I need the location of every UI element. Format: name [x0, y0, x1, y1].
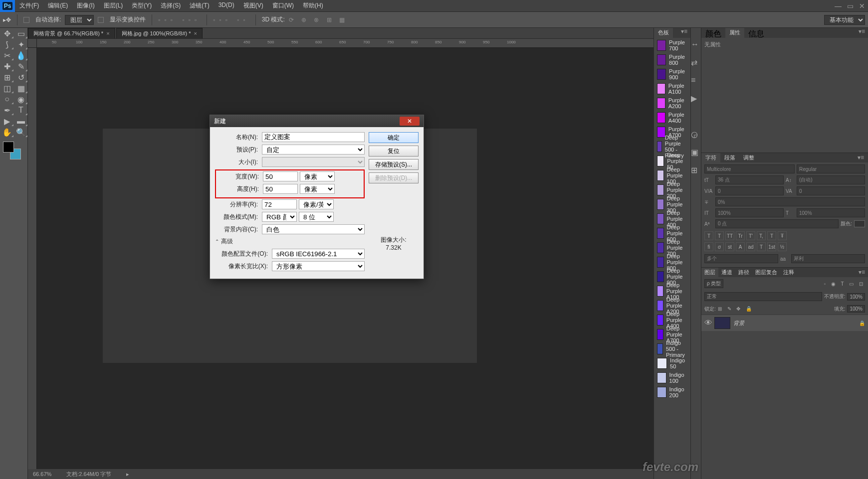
opentype-button[interactable]: σ [715, 242, 724, 251]
spot-heal-tool[interactable]: ✚ [0, 61, 14, 72]
menu-item[interactable]: 选择(S) [156, 1, 185, 10]
menu-item[interactable]: 视图(V) [239, 1, 268, 10]
ok-button[interactable]: 确定 [369, 132, 419, 143]
fill-input[interactable]: 100% [847, 305, 865, 313]
text-color-swatch[interactable] [854, 220, 865, 227]
lasso-tool[interactable]: ⟆ [0, 39, 14, 50]
vertical-ruler[interactable] [28, 48, 37, 469]
menu-item[interactable]: 帮助(H) [298, 1, 328, 10]
magic-wand-tool[interactable]: ✦ [14, 39, 28, 50]
save-preset-button[interactable]: 存储预设(S)... [369, 159, 419, 170]
resolution-unit-select[interactable]: 像素/英寸 [299, 199, 334, 209]
swatches-tab[interactable]: 色板 [654, 28, 673, 38]
menu-item[interactable]: 窗口(W) [268, 1, 298, 10]
swatch-item[interactable]: Indigo 50 [654, 356, 690, 370]
workspace-select[interactable]: 基本功能 [824, 15, 865, 25]
play-icon[interactable]: ▶ [691, 94, 701, 104]
type-tool[interactable]: T [14, 105, 28, 116]
swatch-item[interactable]: Indigo 500 - Primary [654, 341, 690, 356]
menu-item[interactable]: 文件(F) [15, 1, 43, 10]
brush-icon[interactable]: ≡ [691, 76, 701, 86]
kerning-input[interactable] [715, 186, 784, 195]
swatch-item[interactable]: Purple 700 [654, 38, 690, 52]
ruler-origin[interactable] [28, 39, 37, 48]
layer-filter-select[interactable]: ρ 类型 [704, 279, 723, 288]
text-style-button[interactable]: TT [725, 231, 734, 240]
menu-item[interactable]: 图层(L) [99, 1, 128, 10]
text-style-button[interactable]: Ŧ [778, 231, 787, 240]
opentype-button[interactable]: st [725, 242, 734, 251]
paragraph-tab[interactable]: 段落 [720, 153, 739, 162]
aa-lang-select[interactable] [704, 254, 778, 263]
opentype-button[interactable]: fi [704, 242, 713, 251]
text-style-button[interactable]: Tr [736, 231, 745, 240]
leading-input[interactable] [797, 175, 865, 184]
opentype-button[interactable]: 1st [767, 242, 776, 251]
layers-panel-tab[interactable]: 路径 [735, 268, 752, 277]
opentype-button[interactable]: A [736, 242, 745, 251]
height-input[interactable] [263, 184, 298, 194]
properties-tab[interactable]: 属性 [725, 28, 744, 38]
maximize-button[interactable]: ▭ [844, 0, 856, 12]
height-unit-select[interactable]: 像素 [300, 184, 335, 194]
bit-depth-select[interactable]: 8 位 [299, 212, 334, 222]
marquee-tool[interactable]: ▭ [14, 28, 28, 39]
panel-menu-icon[interactable]: ▾≡ [678, 28, 690, 38]
resolution-input[interactable] [262, 199, 297, 209]
preset-select[interactable]: 自定 [262, 145, 365, 155]
stamp-tool[interactable]: ⊞ [0, 72, 14, 83]
aa-method-select[interactable] [791, 254, 865, 263]
layers-panel-tab[interactable]: 通道 [718, 268, 735, 277]
char-menu-icon[interactable]: ▾≡ [854, 153, 868, 162]
font-style-select[interactable] [797, 164, 865, 173]
layer-row[interactable]: 👁 背景 🔒 [701, 315, 868, 331]
height-input[interactable] [715, 208, 784, 217]
bg-content-select[interactable]: 白色 [262, 224, 365, 234]
blur-tool[interactable]: ○ [0, 94, 14, 105]
name-input[interactable] [262, 132, 365, 142]
adjustments-tab[interactable]: 调整 [739, 153, 758, 162]
layers-menu-icon[interactable]: ▾≡ [856, 268, 868, 277]
crop-tool[interactable]: ✂ [0, 50, 14, 61]
swatch-item[interactable]: Indigo 100 [654, 370, 690, 385]
square-icon[interactable]: ▣ [691, 148, 701, 158]
minimize-button[interactable]: — [832, 0, 844, 12]
move-tool[interactable]: ✥ [0, 28, 14, 39]
menu-item[interactable]: 图像(I) [72, 1, 99, 10]
tab-close-icon[interactable]: × [194, 30, 197, 36]
width-input[interactable] [263, 171, 298, 181]
hand-tool[interactable]: ✋ [0, 127, 14, 138]
text-style-button[interactable]: T' [746, 231, 755, 240]
shape-tool[interactable]: ▬ [14, 116, 28, 127]
align-icons[interactable]: ▫▫▫ ▫▫▫ [158, 16, 201, 23]
opentype-button[interactable]: T [757, 242, 766, 251]
color-mode-select[interactable]: RGB 颜色 [262, 212, 297, 222]
text-style-button[interactable]: T [767, 231, 776, 240]
swatch-item[interactable]: Indigo 200 [654, 385, 690, 399]
opentype-button[interactable]: ad [746, 242, 755, 251]
close-button[interactable]: ✕ [856, 0, 868, 12]
brush-tool[interactable]: ✎ [14, 61, 28, 72]
auto-select-checkbox[interactable] [23, 17, 29, 23]
zoom-tool[interactable]: 🔍 [14, 127, 28, 138]
scale-input[interactable] [715, 197, 865, 206]
document-tab[interactable]: 网格.jpg @ 100%(RGB/8#) *× [116, 28, 203, 38]
font-family-select[interactable] [704, 164, 795, 173]
dialog-titlebar[interactable]: 新建 ✕ [210, 115, 424, 127]
distribute-icons[interactable]: ▫▫▫ ▫▫ [213, 16, 249, 23]
grid-icon[interactable]: ⊞ [691, 165, 701, 175]
layers-panel-tab[interactable]: 图层 [701, 268, 718, 277]
character-tab[interactable]: 字符 [701, 153, 720, 162]
gradient-tool[interactable]: ▦ [14, 83, 28, 94]
horizontal-ruler[interactable]: 5010015020025030035040045050055060065070… [37, 39, 653, 48]
eyedropper-tool[interactable]: 💧 [14, 50, 28, 61]
opacity-input[interactable]: 100% [847, 293, 865, 301]
width-input[interactable] [797, 208, 865, 217]
width-unit-select[interactable]: 像素 [300, 171, 335, 181]
swatch-item[interactable]: Purple A200 [654, 96, 690, 110]
advanced-toggle[interactable]: ⌃ 高级 [215, 237, 365, 246]
3d-icons[interactable]: ⟳ ⊕ ⊗ ⊞ ▦ [289, 16, 348, 23]
tracking-input[interactable] [797, 186, 865, 195]
document-tab[interactable]: 网格背景 @ 66.7%(RGB/8) *× [28, 28, 115, 38]
actions-icon[interactable]: ⇄ [691, 58, 701, 68]
